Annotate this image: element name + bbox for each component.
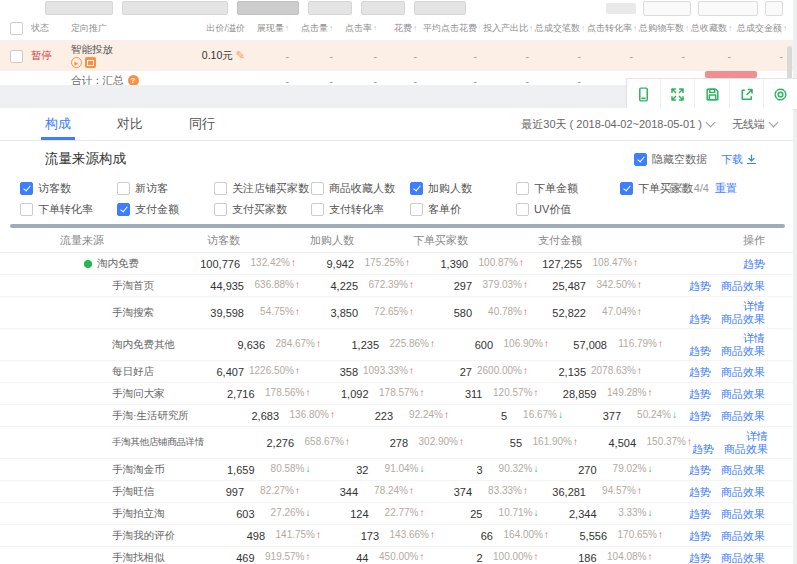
tabs-container: 构成对比同行 [45,108,215,140]
select-all-cell [0,22,28,35]
row-checkbox[interactable] [10,50,23,63]
op-link[interactable]: 趋势 [689,410,711,422]
edit-bid-icon[interactable]: ✎ [236,49,245,61]
promo-column-header[interactable]: 总购物车数↑ [636,22,688,35]
metric-checkbox-8[interactable]: 支付金额 [117,202,214,217]
op-link[interactable]: 趋势 [689,366,711,378]
row-operations: 趋势 [638,258,793,270]
traffic-composition-panel: 构成对比同行 最近30天 ( 2018-04-02~2018-05-01 ) 无… [0,108,793,564]
traffic-source-name: 手淘淘金币 [0,463,165,477]
op-link[interactable]: 商品效果 [721,410,765,422]
tab-0[interactable]: 构成 [45,108,71,140]
promo-column-header[interactable]: 平均点击花费↑ [420,22,480,35]
row-operations: 趋势商品效果 [642,280,793,292]
promo-column-header[interactable]: 总成交笔数↑ [532,22,584,35]
promo-column-header[interactable]: 点击量↑ [292,22,336,35]
op-link[interactable]: 趋势 [689,552,711,564]
fullscreen-icon[interactable] [660,79,694,109]
tab-1[interactable]: 对比 [117,108,143,140]
promo-column-header[interactable]: 总成交金额↑ [734,22,786,35]
op-link[interactable]: 趋势 [692,443,714,455]
op-link[interactable]: 趋势 [689,464,711,476]
export-icon[interactable] [729,79,763,109]
dropdown-placeholder[interactable] [643,1,691,16]
promo-column-header[interactable]: 展现量↑ [248,22,292,35]
metric-cell: 4,225672.39%↑ [300,279,414,292]
metric-cell: 12422.77%↑ [311,507,425,520]
promo-column-header[interactable]: 点击转化率↑ [584,22,636,35]
op-link[interactable]: 趋势 [743,258,765,270]
metric-checkbox-10[interactable]: 支付转化率 [311,202,410,217]
promo-column-header[interactable]: 点击率↑ [336,22,380,35]
traffic-source-name: 手淘旺信 [0,485,154,499]
reset-link[interactable]: 重置 [715,182,737,194]
settings-icon[interactable] [763,79,797,109]
mobile-preview-icon[interactable] [627,79,660,109]
select-all-checkbox[interactable] [10,22,23,35]
date-range-selector[interactable]: 最近30天 ( 2018-04-02~2018-05-01 ) [521,117,714,132]
op-link[interactable]: 趋势 [689,280,711,292]
op-link[interactable]: 趋势 [689,313,711,325]
op-link[interactable]: 商品效果 [724,443,768,455]
promo-column-header[interactable]: 投入产出比↑ [480,22,532,35]
more-data-button-placeholder[interactable] [698,1,758,16]
toolbar-button-blurred[interactable] [361,1,405,15]
toolbar-button-blurred[interactable] [308,1,352,15]
hide-empty-data-checkbox[interactable]: 隐藏空数据 [634,152,707,167]
tab-2[interactable]: 同行 [189,108,215,140]
empty-value: - [688,50,734,62]
op-link[interactable]: 趋势 [689,388,711,400]
metric-cell: 272600.00%↑ [414,365,528,378]
metric-checkbox-3[interactable]: 商品收藏人数 [311,181,410,196]
metric-cell: 34478.24%↑ [300,485,414,498]
op-link[interactable]: 商品效果 [721,313,765,325]
checkbox-icon [620,182,633,195]
metric-cell: 278302.90%↑ [350,436,464,449]
vertical-scrollbar[interactable] [787,46,792,80]
op-link[interactable]: 详情 [743,300,765,312]
metric-checkbox-9[interactable]: 支付买家数 [214,202,311,217]
metric-checkbox-1[interactable]: 新访客 [117,181,214,196]
op-link[interactable]: 商品效果 [721,388,765,400]
op-link[interactable]: 详情 [743,332,765,344]
promo-column-header[interactable]: 花费↑ [380,22,420,35]
op-link[interactable]: 商品效果 [721,508,765,520]
promo-column-header: 状态 [28,22,68,35]
op-link[interactable]: 趋势 [689,508,711,520]
op-link[interactable]: 商品效果 [721,280,765,292]
metric-checkbox-11[interactable]: 客单价 [410,202,516,217]
op-link[interactable]: 详情 [746,430,768,442]
metric-cell: 2,276658.67%↑ [204,436,350,449]
toolbar-button-blurred[interactable] [122,1,228,15]
checkbox-icon [410,182,423,195]
op-link[interactable]: 商品效果 [721,530,765,542]
toolbar-button-blurred[interactable] [414,1,466,15]
promo-column-header[interactable]: 总收藏数↑ [688,22,734,35]
op-link[interactable]: 趋势 [689,486,711,498]
metric-checkbox-0[interactable]: 访客数 [20,181,117,196]
download-link[interactable]: 下载 [721,152,757,167]
metric-checkbox-7[interactable]: 下单转化率 [20,202,117,217]
metric-checkbox-2[interactable]: 关注店铺买家数 [214,181,311,196]
toolbar-button-blurred[interactable] [237,1,299,15]
metric-cell: 37483.33%↑ [414,485,528,498]
campaign-name[interactable]: 智能投放 [71,44,165,55]
terminal-selector[interactable]: 无线端 [732,117,777,132]
op-link[interactable]: 商品效果 [721,486,765,498]
save-icon[interactable] [694,79,728,109]
metric-checkbox-12[interactable]: UV价值 [516,202,620,217]
op-link[interactable]: 商品效果 [721,366,765,378]
op-link[interactable]: 商品效果 [721,345,765,357]
metric-cell: 2100.00%↑ [425,551,539,564]
op-link[interactable]: 商品效果 [721,552,765,564]
op-link[interactable]: 商品效果 [721,464,765,476]
op-link[interactable]: 趋势 [689,530,711,542]
metric-cell: 3291.04%↓ [311,463,425,476]
metric-cell: 498141.75%↑ [175,529,321,542]
menu-button-placeholder[interactable] [765,1,783,16]
op-link[interactable]: 趋势 [689,345,711,357]
play-icon: ▶ [71,57,82,68]
toolbar-button-blurred[interactable] [45,1,113,15]
metric-checkbox-4[interactable]: 加购人数 [410,181,516,196]
metric-checkbox-5[interactable]: 下单金额 [516,181,620,196]
